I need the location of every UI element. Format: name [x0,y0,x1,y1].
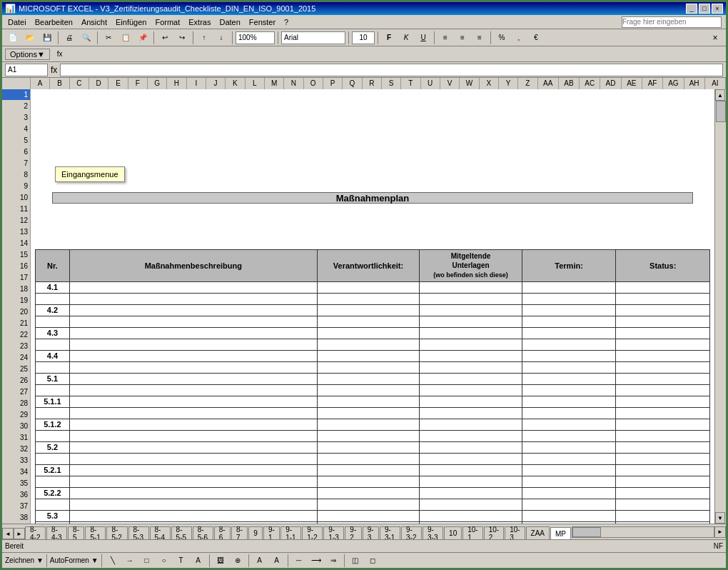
cell-mitgelt[interactable] [420,521,522,524]
cell-status[interactable] [616,521,710,524]
cell-nr[interactable] [36,521,70,524]
sheet-tab-8-5-3[interactable]: 8-5-3 [128,526,149,539]
row-num-27[interactable]: 27 [2,386,30,398]
row-num-38[interactable]: 38 [2,512,30,524]
cell-verant[interactable] [317,304,420,316]
minimize-button[interactable]: _ [686,4,697,14]
undo-button[interactable]: ↩ [157,31,173,45]
cell-desc[interactable] [69,499,317,510]
autoformen-label[interactable]: AutoFormen ▼ [50,556,98,564]
cell-mitgelt[interactable] [420,316,522,327]
sheet-tab-9-3-2[interactable]: 9-3-2 [401,526,422,539]
3d-tool[interactable]: ◻ [365,554,380,568]
cell-mitgelt[interactable] [420,487,522,499]
cell-status[interactable] [616,453,710,464]
cell-mitgelt[interactable] [420,304,522,316]
scroll-track[interactable] [715,101,726,512]
cell-termin[interactable] [522,407,616,419]
cell-mitgelt[interactable] [420,430,522,441]
formula-fx-button[interactable]: fx [51,65,57,75]
cell-termin[interactable] [522,281,616,293]
formula-input[interactable] [60,64,723,76]
cell-status[interactable] [616,327,710,339]
clip-art-tool[interactable]: 🖼 [213,554,228,568]
sheet-tab-8-5-5[interactable]: 8-5-5 [171,526,192,539]
sheet-tab-zaa[interactable]: ZAA [526,526,550,539]
col-header-u[interactable]: U [421,78,440,89]
row-num-1[interactable]: 1 [2,89,30,101]
cell-status[interactable] [616,304,710,316]
textbox-tool[interactable]: T [173,554,189,568]
sheet-tab-9-2[interactable]: 9-2 [345,526,361,539]
cell-desc[interactable] [69,304,317,316]
cell-verant[interactable] [317,441,420,453]
col-header-ag[interactable]: AG [663,78,684,89]
align-right[interactable]: ≡ [472,31,487,45]
cell-desc[interactable] [69,476,317,487]
row-num-20[interactable]: 20 [2,306,30,318]
row-num-15[interactable]: 15 [2,249,30,261]
row-num-12[interactable]: 12 [2,215,30,226]
menu-bearbeiten[interactable]: Bearbeiten [31,16,77,28]
wordart-tool[interactable]: A [191,554,206,568]
cell-status[interactable] [616,384,710,396]
cell-status[interactable] [616,476,710,487]
cell-termin[interactable] [522,419,616,430]
row-num-18[interactable]: 18 [2,284,30,295]
paste-button[interactable]: 📌 [135,31,151,45]
cell-verant[interactable] [317,281,420,293]
font-size-selector[interactable]: 10 [352,31,375,44]
row-num-7[interactable]: 7 [2,158,30,169]
cell-desc[interactable] [69,373,317,384]
row-num-16[interactable]: 16 [2,261,30,272]
cell-termin[interactable] [522,384,616,396]
cell-verant[interactable] [317,521,420,524]
cell-status[interactable] [616,487,710,499]
cell-status[interactable] [616,396,710,407]
cell-desc[interactable] [69,350,317,361]
row-num-13[interactable]: 13 [2,226,30,238]
row-num-22[interactable]: 22 [2,329,30,341]
new-button[interactable]: 📄 [5,31,21,45]
cell-nr[interactable] [36,293,70,304]
cell-nr[interactable] [36,453,70,464]
cell-status[interactable] [616,510,710,521]
row-num-37[interactable]: 37 [2,501,30,512]
sheet-tab-10-2[interactable]: 10-2 [484,526,504,539]
cell-nr[interactable]: 5.2.2 [36,487,70,499]
cell-nr[interactable]: 5.2 [36,441,70,453]
cell-termin[interactable] [522,361,616,373]
eingangsmenue-popup[interactable]: Eingangsmenue [55,166,125,182]
scroll-up-button[interactable]: ▲ [715,89,725,101]
menu-datei[interactable]: Datei [4,16,31,28]
cell-status[interactable] [616,350,710,361]
sheet-tab-8-4-3[interactable]: 8-4-3 [46,526,67,539]
rect-tool[interactable]: □ [139,554,155,568]
close-button[interactable]: × [712,4,723,14]
cell-nr[interactable]: 4.4 [36,350,70,361]
cell-desc[interactable] [69,510,317,521]
horizontal-scrollbar[interactable] [572,526,714,538]
sheet-tab-8-5-6[interactable]: 8-5-6 [193,526,213,539]
cell-verant[interactable] [317,327,420,339]
cell-status[interactable] [616,316,710,327]
cell-mitgelt[interactable] [420,281,522,293]
sheet-tab-8-5-1[interactable]: 8-5-1 [85,526,106,539]
cell-verant[interactable] [317,361,420,373]
cell-nr[interactable] [36,361,70,373]
italic-button[interactable]: K [398,31,414,45]
comma-button[interactable]: , [511,31,527,45]
cell-termin[interactable] [522,453,616,464]
cell-verant[interactable] [317,384,420,396]
row-num-29[interactable]: 29 [2,409,30,421]
cell-termin[interactable] [522,499,616,510]
cell-desc[interactable] [69,384,317,396]
save-button[interactable]: 💾 [39,31,55,45]
cell-reference-box[interactable]: A1 [5,64,48,76]
cell-mitgelt[interactable] [420,293,522,304]
row-num-14[interactable]: 14 [2,238,30,249]
row-num-19[interactable]: 19 [2,295,30,306]
sheet-tab-10[interactable]: 10 [444,526,462,539]
row-num-36[interactable]: 36 [2,489,30,501]
col-header-q[interactable]: Q [343,78,362,89]
